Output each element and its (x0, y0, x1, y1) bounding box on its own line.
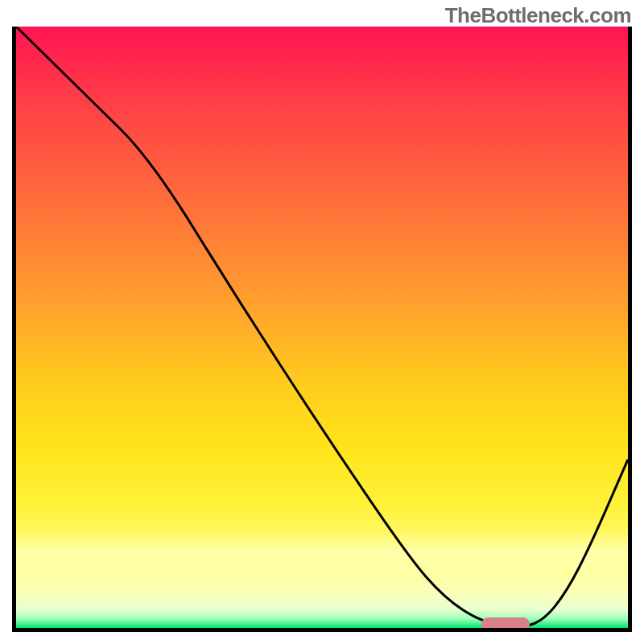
optimum-marker (481, 617, 530, 631)
watermark-text: TheBottleneck.com (445, 3, 631, 28)
plot-area (12, 27, 632, 632)
chart-stage: TheBottleneck.com (0, 0, 644, 644)
bottleneck-curve-path (16, 27, 628, 626)
bottleneck-curve-svg (16, 27, 628, 628)
